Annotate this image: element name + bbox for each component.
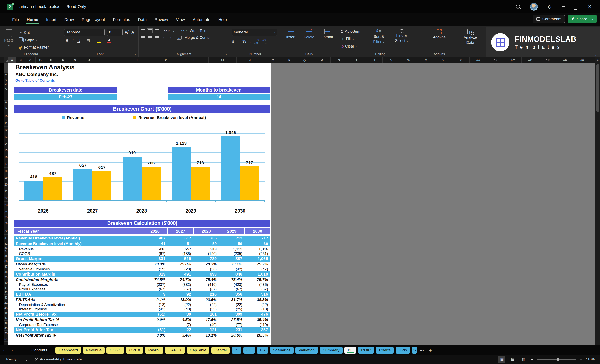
cell[interactable]: 22 [168,327,193,333]
chevron-down-icon[interactable]: ⌄ [112,39,114,42]
row-header-47[interactable]: 47 [4,315,8,321]
cell[interactable]: 519 [168,256,193,262]
table-row-net-profit-before-tax[interactable]: Net Profit Before Tax(51)30161309476 [14,311,270,317]
collapse-ribbon-icon[interactable]: ⌄ [594,53,597,56]
row-header-50[interactable]: 50 [4,330,8,336]
font-size-select[interactable]: 8⌄ [107,29,122,36]
row-header-37[interactable]: 37 [4,264,8,269]
menu-tab-file[interactable]: File [8,15,23,25]
cell[interactable]: 9 [142,291,168,297]
cell[interactable]: 713 [219,236,244,241]
cell[interactable]: (332) [168,282,193,287]
column-header-AB[interactable]: AB [487,57,504,63]
months-to-breakeven-value[interactable]: 14 [168,94,270,100]
fill-button[interactable]: ↓Fill⌄ [339,36,365,42]
premium-diamond-icon[interactable]: ◇ [548,4,551,9]
cell[interactable]: (190) [193,251,219,256]
row-header-38[interactable]: 38 [4,269,8,274]
cell[interactable]: 41 [142,241,168,246]
row-header-25[interactable]: 25 [4,215,8,219]
row-header-41[interactable]: 41 [4,285,8,290]
cell[interactable]: 919 [193,247,219,251]
cell[interactable]: 693 [193,272,219,277]
cell[interactable]: 35.4% [244,317,270,322]
table-row-ebitda-[interactable]: EBITDA %2.1%13.9%23.5%31.7%38.3% [14,297,270,302]
row-header-21[interactable]: 21 [4,188,8,195]
fill-color-button[interactable]: ◺ [97,38,101,43]
table-row-revenue-breakeven-level-annual-[interactable]: Revenue Breakeven level (Annual)48761770… [14,236,270,241]
cell[interactable]: (22) [168,302,193,307]
row-header-34[interactable]: 34 [4,249,8,254]
column-header-Z[interactable]: Z [452,57,469,63]
sheet-tab-opex[interactable]: OPEX [126,347,143,354]
zoom-in-button[interactable]: + [580,357,582,362]
cell[interactable]: (435) [244,282,270,287]
workbook-filename[interactable]: artisan-chocolate.xlsx [19,4,59,9]
sheet-tab-is[interactable]: IS [232,347,242,354]
percent-format-icon[interactable]: % [242,39,246,44]
menu-tab-help[interactable]: Help [214,15,231,25]
row-header-12[interactable]: 12 [4,127,8,133]
cell[interactable]: 59 [193,241,219,246]
row-header-31[interactable]: 31 [4,235,8,241]
increase-indent-icon[interactable]: ⇥ [169,36,171,40]
breakeven-date-value[interactable]: Feb-27 [14,94,117,100]
row-header-10[interactable]: 10 [4,113,8,120]
borders-icon[interactable]: ⊞ [87,38,90,43]
zoom-slider[interactable] [537,359,576,360]
cell[interactable]: 79.0% [168,262,193,267]
table-of-contents-link[interactable]: Go to Table of Contents [15,79,55,83]
align-left-icon[interactable] [141,36,145,39]
cell[interactable]: 0.0% [142,333,168,338]
bold-button[interactable]: B [64,38,70,43]
row-header-32[interactable]: 32 [4,241,8,246]
table-row-gross-margin[interactable]: Gross Margin3315197298871,065 [14,256,270,262]
row-header-46[interactable]: 46 [4,310,8,315]
cell[interactable]: (42) [219,267,244,272]
column-header-A[interactable]: A [8,57,16,63]
cell[interactable]: 31.7% [219,297,244,302]
row-header-22[interactable]: 22 [4,195,8,202]
row-header-16[interactable]: 16 [4,154,8,161]
copy-button[interactable]: Copy⌄ [18,37,50,43]
column-header-AE[interactable]: AE [539,57,556,63]
underline-button[interactable]: U [76,38,82,43]
table-row-revenue-breakeven-level-monthly-[interactable]: Revenue Breakeven level (Monthly)4151595… [14,241,270,246]
fiscal-year-2029[interactable]: 2029 [219,228,244,235]
row-header-45[interactable]: 45 [4,306,8,310]
font-color-button[interactable]: A [107,38,112,43]
row-header-42[interactable]: 42 [4,290,8,295]
cell[interactable]: 79.3% [193,262,219,267]
fiscal-year-header-row[interactable]: Fiscal Year 20262027202820292030 [14,228,270,235]
cell[interactable]: 74.7% [168,277,193,282]
column-header-W[interactable]: W [400,57,417,63]
row-header-24[interactable]: 24 [4,209,8,215]
sheet-tab-payroll[interactable]: Payroll [145,347,163,354]
sheet-tab-charts[interactable]: Charts [376,347,394,354]
cell[interactable]: 706 [193,236,219,241]
cell[interactable]: (22) [219,302,244,307]
vertical-scrollbar[interactable]: ▲ [595,57,600,346]
table-row-corporate-tax-expense[interactable]: Corporate Tax Expense-(7)(40)(77)(119) [14,322,270,327]
column-header-P[interactable]: P [283,57,296,63]
table-row-gross-margin-[interactable]: Gross Margin %79.3%79.0%79.3%79.1%79.2% [14,262,270,267]
row-header-35[interactable]: 35 [4,254,8,258]
normal-view-button[interactable]: ▦ [498,356,505,363]
align-right-icon[interactable] [155,36,159,39]
decrease-indent-icon[interactable]: ⇤ [163,36,166,40]
cell[interactable]: 1,123 [219,247,244,251]
cell[interactable]: (119) [244,322,270,327]
table-row-interest-expense[interactable]: Interest Expense(42)(40)(33)(25)(18) [14,307,270,311]
table-row-net-profit-after-tax[interactable]: Net Profit After Tax(51)22121231357 [14,327,270,333]
bar-chart-plot[interactable]: 4184876576179197061,1237131,346717 [19,124,265,201]
cell[interactable]: 487 [142,236,168,241]
cell[interactable]: (18) [244,307,270,311]
cell[interactable]: (25) [219,307,244,311]
column-header-T[interactable]: T [348,57,365,63]
column-header-H[interactable]: H [81,57,96,63]
table-row-cogs[interactable]: COGS(87)(138)(190)(235)(281) [14,251,270,256]
scroll-up-icon[interactable]: ▲ [595,58,600,61]
row-header-49[interactable]: 49 [4,326,8,330]
row-header-5[interactable]: 5 [4,86,8,93]
table-row-net-profit-after-tax-[interactable]: Net Profit After Tax %0.0%3.4%13.1%20.6%… [14,333,270,338]
